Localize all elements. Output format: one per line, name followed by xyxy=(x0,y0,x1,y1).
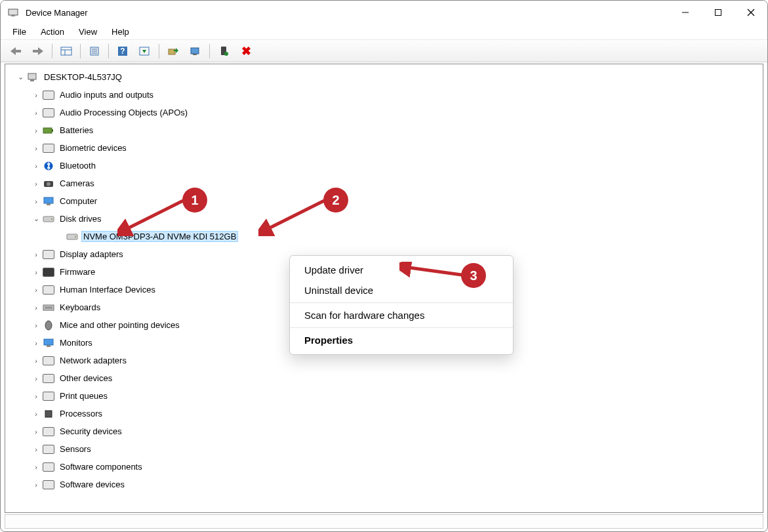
svg-marker-18 xyxy=(142,50,146,53)
chevron-down-icon[interactable]: ⌄ xyxy=(30,215,42,223)
chevron-right-icon[interactable]: › xyxy=(30,304,42,312)
svg-point-41 xyxy=(45,321,52,330)
chevron-right-icon[interactable]: › xyxy=(30,410,42,418)
software-icon xyxy=(42,478,55,491)
menu-help[interactable]: Help xyxy=(105,26,136,38)
scan-hardware-button[interactable] xyxy=(185,42,206,60)
chevron-right-icon[interactable]: › xyxy=(30,144,42,152)
chevron-right-icon[interactable]: › xyxy=(30,392,42,400)
menubar: File Action View Help xyxy=(1,24,767,40)
maximize-button[interactable] xyxy=(702,1,735,24)
chevron-right-icon[interactable]: › xyxy=(30,357,42,365)
callout-badge-2: 2 xyxy=(323,188,348,213)
bluetooth-icon xyxy=(42,159,55,173)
tree-item-biometric[interactable]: ›Biometric devices xyxy=(8,139,763,157)
help-button[interactable]: ? xyxy=(112,42,133,60)
chevron-right-icon[interactable]: › xyxy=(30,180,42,188)
enable-device-button[interactable] xyxy=(213,42,234,60)
software-icon xyxy=(42,460,55,474)
tree-item-audio-inputs[interactable]: ›Audio inputs and outputs xyxy=(8,86,763,104)
tree-item-bluetooth[interactable]: ›Bluetooth xyxy=(8,157,763,174)
svg-marker-6 xyxy=(10,47,21,55)
toolbar-separator xyxy=(108,44,109,58)
keyboard-icon xyxy=(42,301,55,314)
svg-rect-26 xyxy=(30,79,34,81)
action-button[interactable] xyxy=(134,42,155,60)
svg-rect-21 xyxy=(191,48,199,54)
security-icon xyxy=(42,425,55,438)
svg-rect-38 xyxy=(43,305,54,310)
tree-item-sensors[interactable]: ›Sensors xyxy=(8,440,763,458)
chevron-right-icon[interactable]: › xyxy=(30,428,42,436)
forward-button[interactable] xyxy=(28,42,49,60)
tree-item-other[interactable]: ›Other devices xyxy=(8,369,763,387)
chevron-right-icon[interactable]: › xyxy=(30,481,42,489)
svg-rect-27 xyxy=(43,128,52,133)
chevron-right-icon[interactable]: › xyxy=(30,127,42,134)
fingerprint-icon xyxy=(42,142,55,155)
tree-item-cameras[interactable]: ›Cameras xyxy=(8,174,763,192)
svg-line-48 xyxy=(405,267,462,275)
callout-arrow-3 xyxy=(399,262,465,281)
svg-point-31 xyxy=(47,182,51,186)
chevron-right-icon[interactable]: › xyxy=(30,463,42,471)
monitor-icon xyxy=(42,195,55,208)
network-icon xyxy=(42,354,55,367)
menu-action[interactable]: Action xyxy=(34,26,71,38)
back-button[interactable] xyxy=(5,42,26,60)
svg-rect-22 xyxy=(193,54,197,55)
chevron-right-icon[interactable]: › xyxy=(30,339,42,347)
chevron-right-icon[interactable]: › xyxy=(30,109,42,117)
ctx-scan-hardware[interactable]: Scan for hardware changes xyxy=(290,305,513,325)
chevron-right-icon[interactable]: › xyxy=(30,321,42,329)
callout-arrow-2 xyxy=(258,197,331,237)
chip-icon xyxy=(42,266,55,279)
toolbar-separator xyxy=(159,44,159,58)
unknown-device-icon xyxy=(42,372,55,385)
chevron-right-icon[interactable]: › xyxy=(30,375,42,382)
tree-item-batteries[interactable]: ›Batteries xyxy=(8,121,763,139)
tree-item-software-devices[interactable]: ›Software devices xyxy=(8,476,763,493)
minimize-button[interactable] xyxy=(669,1,702,24)
chevron-right-icon[interactable]: › xyxy=(30,162,42,170)
chevron-right-icon[interactable]: › xyxy=(30,286,42,294)
svg-point-37 xyxy=(75,236,76,237)
chevron-right-icon[interactable]: › xyxy=(30,251,42,258)
chevron-right-icon[interactable]: › xyxy=(30,197,42,205)
uninstall-device-button[interactable]: ✖ xyxy=(235,42,256,60)
svg-rect-32 xyxy=(44,197,53,203)
window-title: Device Manager xyxy=(26,8,88,18)
tree-item-software-components[interactable]: ›Software components xyxy=(8,458,763,476)
svg-rect-43 xyxy=(47,345,51,347)
svg-rect-1 xyxy=(11,15,15,16)
tree-item-security[interactable]: ›Security devices xyxy=(8,422,763,440)
menu-file[interactable]: File xyxy=(6,26,33,38)
svg-rect-3 xyxy=(716,10,721,16)
tree-root[interactable]: ⌄ DESKTOP-4L537JQ xyxy=(8,68,763,86)
chevron-right-icon[interactable]: › xyxy=(30,91,42,99)
cpu-icon xyxy=(42,407,55,420)
svg-rect-28 xyxy=(52,129,53,132)
close-button[interactable] xyxy=(735,1,767,24)
svg-rect-0 xyxy=(9,9,18,15)
menu-view[interactable]: View xyxy=(72,26,104,38)
update-driver-button[interactable] xyxy=(163,42,184,60)
tree-item-processors[interactable]: ›Processors xyxy=(8,405,763,422)
toolbar-separator xyxy=(80,44,81,58)
chevron-right-icon[interactable]: › xyxy=(30,268,42,276)
computer-icon xyxy=(26,71,39,84)
battery-icon xyxy=(42,124,55,137)
svg-rect-33 xyxy=(47,203,51,205)
titlebar: Device Manager xyxy=(1,1,767,24)
ctx-properties[interactable]: Properties xyxy=(290,330,513,350)
window-controls xyxy=(669,1,767,24)
svg-rect-42 xyxy=(44,339,53,345)
sensor-icon xyxy=(42,443,55,456)
chevron-down-icon[interactable]: ⌄ xyxy=(14,73,26,81)
chevron-right-icon[interactable]: › xyxy=(30,445,42,453)
svg-rect-8 xyxy=(61,47,71,55)
properties-button[interactable] xyxy=(84,42,105,60)
tree-item-audio-processing[interactable]: ›Audio Processing Objects (APOs) xyxy=(8,104,763,121)
show-hide-console-button[interactable] xyxy=(56,42,77,60)
tree-item-print-queues[interactable]: ›Print queues xyxy=(8,387,763,405)
